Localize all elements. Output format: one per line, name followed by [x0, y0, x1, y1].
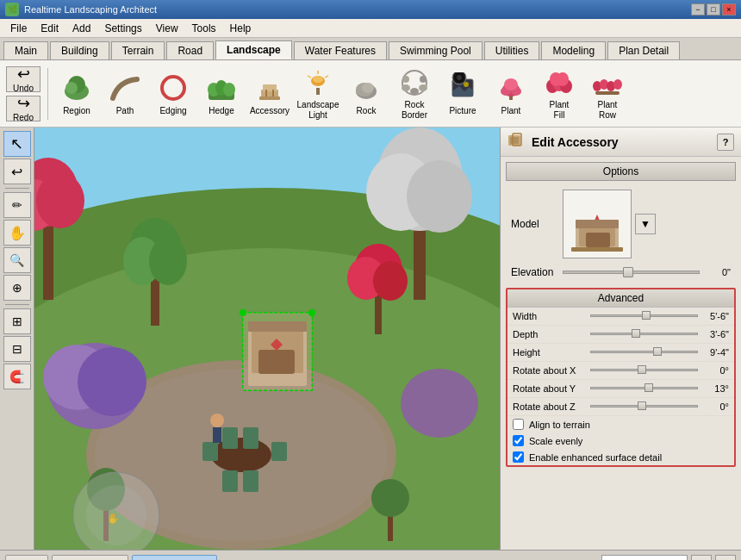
- menu-file[interactable]: File: [3, 21, 34, 36]
- height-label: Height: [513, 347, 590, 358]
- left-toolbar: ↖ ↩ ✏ ✋ 🔍 ⊕ ⊞ ⊟ 🧲: [0, 128, 34, 550]
- tool-plant-fill[interactable]: Plant Fill: [537, 65, 582, 123]
- svg-text:✋: ✋: [107, 512, 120, 525]
- layer-next-button[interactable]: ▶: [715, 555, 736, 561]
- redo-button[interactable]: ↪ Redo: [6, 96, 40, 121]
- width-slider[interactable]: [590, 310, 698, 322]
- menu-view[interactable]: View: [149, 21, 185, 36]
- svg-rect-78: [202, 442, 218, 461]
- tool-picture[interactable]: Picture: [440, 65, 485, 123]
- options-tab[interactable]: Options: [506, 162, 736, 181]
- svg-point-37: [504, 78, 518, 90]
- pan-tool-button[interactable]: ✋: [3, 220, 31, 246]
- layer-select[interactable]: Layer 1: [601, 555, 688, 561]
- maximize-button[interactable]: □: [707, 3, 720, 16]
- menu-help[interactable]: Help: [223, 21, 258, 36]
- svg-point-94: [308, 309, 315, 316]
- align-terrain-checkbox[interactable]: [513, 419, 524, 430]
- menu-edit[interactable]: Edit: [34, 21, 65, 36]
- view-walkthrough-button[interactable]: Walkthrough: [132, 555, 217, 561]
- model-preview[interactable]: [563, 190, 632, 258]
- width-row: Width 5'-6": [507, 308, 734, 326]
- tab-building[interactable]: Building: [50, 41, 109, 59]
- panel-help-button[interactable]: ?: [717, 134, 734, 151]
- svg-rect-13: [316, 88, 320, 95]
- titlebar: 🌿 Realtime Landscaping Architect − □ ×: [0, 0, 741, 19]
- svg-point-25: [419, 84, 427, 91]
- rotate-x-slider[interactable]: [590, 364, 698, 376]
- hedge-label: Hedge: [209, 106, 234, 116]
- tab-water-features[interactable]: Water Features: [294, 41, 387, 59]
- align-terrain-label: Align to terrain: [529, 420, 590, 430]
- svg-point-7: [223, 83, 235, 96]
- tool-plant[interactable]: Plant: [489, 65, 533, 123]
- undo-tool-button[interactable]: ↩: [3, 159, 31, 184]
- tool-accessory[interactable]: Accessory: [247, 65, 292, 123]
- model-row: Model ▼: [506, 186, 736, 262]
- undo-icon: ↩: [17, 65, 30, 84]
- tab-road[interactable]: Road: [166, 41, 214, 59]
- tool-landscape-light[interactable]: Landscape Light: [296, 65, 340, 123]
- magnet-button[interactable]: 🧲: [3, 364, 31, 389]
- snap-toggle-button[interactable]: ⊟: [3, 336, 31, 362]
- tab-terrain[interactable]: Terrain: [111, 41, 165, 59]
- layer-prev-button[interactable]: ◀: [691, 555, 712, 561]
- minimize-button[interactable]: −: [691, 3, 705, 16]
- panel-title: Edit Accessory: [532, 135, 717, 149]
- view-perspective-button[interactable]: Perspective: [52, 555, 128, 561]
- canvas-viewport[interactable]: ✋: [34, 128, 500, 550]
- model-label: Model: [511, 218, 563, 230]
- svg-rect-81: [243, 427, 258, 449]
- select-tool-button[interactable]: ↖: [3, 131, 31, 157]
- svg-point-76: [371, 479, 409, 517]
- tab-main[interactable]: Main: [3, 41, 48, 59]
- icon-toolbar: ↩ Undo ↪ Redo Region Path Edging: [0, 60, 741, 128]
- tool-rock-border[interactable]: Rock Border: [392, 65, 437, 123]
- picture-label: Picture: [449, 106, 476, 116]
- tab-swimming-pool[interactable]: Swimming Pool: [389, 41, 483, 59]
- tool-edging[interactable]: Edging: [151, 65, 196, 123]
- svg-point-93: [240, 309, 246, 316]
- rotate-y-value: 13°: [698, 383, 729, 394]
- tab-modeling[interactable]: Modeling: [541, 41, 606, 59]
- menu-settings[interactable]: Settings: [97, 21, 148, 36]
- tool-region[interactable]: Region: [54, 65, 99, 123]
- redo-label: Redo: [13, 113, 34, 122]
- rotate-z-slider[interactable]: [590, 401, 698, 413]
- tool-rock[interactable]: Rock: [344, 65, 389, 123]
- close-button[interactable]: ×: [722, 3, 736, 16]
- rotate-z-label: Rotate about Z: [513, 401, 590, 412]
- height-slider[interactable]: [590, 346, 698, 358]
- rock-icon: [350, 72, 383, 104]
- depth-slider[interactable]: [590, 328, 698, 340]
- grid-toggle-button[interactable]: ⊞: [3, 308, 31, 334]
- tool-hedge[interactable]: Hedge: [199, 65, 244, 123]
- enhanced-surface-checkbox[interactable]: [513, 451, 524, 463]
- undo-button[interactable]: ↩ Undo: [6, 66, 40, 92]
- tab-landscape[interactable]: Landscape: [215, 40, 292, 59]
- tab-plan-detail[interactable]: Plan Detail: [607, 41, 680, 59]
- elevation-slider[interactable]: [563, 265, 700, 279]
- rotate-y-slider[interactable]: [590, 383, 698, 395]
- scale-evenly-checkbox[interactable]: [513, 435, 524, 446]
- zoom-tool-button[interactable]: 🔍: [3, 247, 31, 273]
- view-plan-button[interactable]: Plan: [5, 555, 48, 561]
- menu-tools[interactable]: Tools: [185, 21, 223, 36]
- path-icon: [109, 72, 141, 104]
- tool-path[interactable]: Path: [103, 65, 147, 123]
- tool-plant-row[interactable]: Plant Row: [585, 65, 630, 123]
- svg-point-63: [149, 237, 187, 285]
- svg-point-59: [78, 347, 146, 416]
- svg-point-15: [313, 76, 323, 83]
- svg-point-42: [557, 72, 569, 86]
- rotate-x-label: Rotate about X: [513, 365, 590, 376]
- svg-rect-106: [571, 247, 623, 252]
- edging-icon: [157, 72, 190, 104]
- align-terrain-row: Align to terrain: [507, 416, 734, 432]
- zoom-region-button[interactable]: ⊕: [3, 275, 31, 301]
- tab-utilities[interactable]: Utilities: [484, 41, 540, 59]
- model-dropdown-button[interactable]: ▼: [635, 214, 656, 234]
- menu-add[interactable]: Add: [65, 21, 97, 36]
- svg-rect-85: [213, 427, 221, 443]
- draw-tool-button[interactable]: ✏: [3, 192, 31, 218]
